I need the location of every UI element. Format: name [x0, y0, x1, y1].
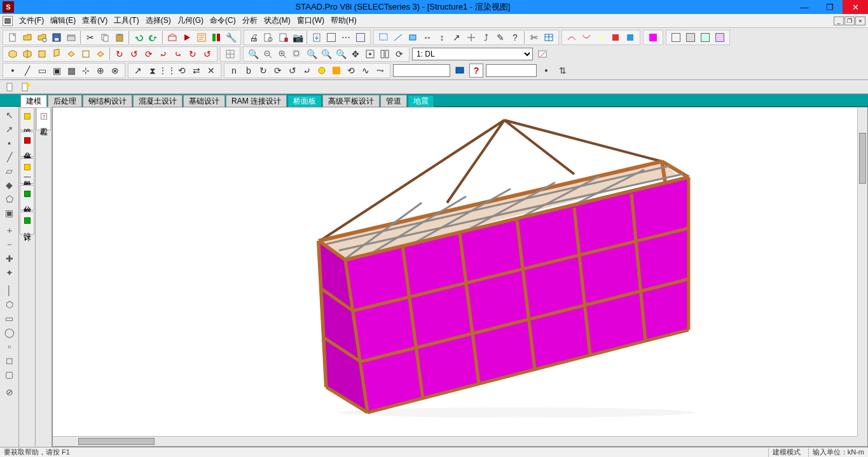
diagram-4-button[interactable]	[609, 31, 623, 44]
dimension-z-button[interactable]: ↗	[450, 31, 464, 44]
sel-misc3-button[interactable]: ▢	[1, 367, 18, 381]
refresh-button[interactable]: ⟳	[392, 47, 406, 61]
plate-tool-button[interactable]	[406, 31, 420, 44]
zoom-out-button[interactable]	[261, 47, 275, 61]
misc-2-button[interactable]	[684, 31, 698, 44]
mdi-close-button[interactable]: ×	[855, 17, 865, 25]
copy-button[interactable]	[98, 31, 112, 44]
iso-view-2-button[interactable]	[20, 47, 34, 61]
sel-surface-button[interactable]: ⬠	[1, 192, 18, 206]
tab-ram[interactable]: RAM 连接设计	[226, 95, 287, 107]
options-3-button[interactable]	[354, 31, 368, 44]
vtab-project[interactable]: ?工程	[36, 107, 51, 130]
label-9-button[interactable]: ⤳	[373, 64, 387, 78]
sel-clear-button[interactable]: ⊘	[1, 385, 18, 399]
archive-button[interactable]	[64, 31, 78, 44]
label-8-button[interactable]: ∿	[359, 64, 373, 78]
horizontal-scrollbar[interactable]	[53, 436, 857, 446]
view-mgr-button[interactable]	[378, 47, 392, 61]
sel-misc2-button[interactable]: ◻	[1, 353, 18, 367]
reverse-spin-button[interactable]: ↺	[200, 47, 214, 61]
maximize-button[interactable]: ❐	[817, 0, 843, 14]
menu-file[interactable]: 文件(F)	[17, 15, 46, 26]
page-view-button[interactable]	[19, 81, 32, 93]
tab-modeling[interactable]: 建模	[20, 95, 47, 107]
vtab-settings[interactable]: 设置	[20, 107, 34, 130]
rotate-up-button[interactable]: ⤿	[171, 47, 185, 61]
sel-poly-button[interactable]: ⬡	[1, 297, 18, 311]
side-view-button[interactable]	[50, 47, 64, 61]
dimension-all-button[interactable]	[464, 31, 478, 44]
horizontal-scroll-thumb[interactable]	[78, 438, 155, 445]
menu-help[interactable]: 帮助(H)	[328, 15, 359, 26]
sel-solid-button[interactable]: ◆	[1, 178, 18, 192]
select-window-button[interactable]	[376, 31, 390, 44]
export-button[interactable]	[310, 31, 324, 44]
vtab-gen-settings[interactable]: 一般设置	[20, 158, 34, 184]
run-button[interactable]	[180, 31, 194, 44]
front-view-button[interactable]	[35, 47, 49, 61]
menu-mode[interactable]: 状态(M)	[261, 15, 293, 26]
cut-button[interactable]: ✂	[83, 31, 97, 44]
close-button[interactable]: ✕	[843, 0, 868, 14]
new-button[interactable]	[6, 31, 20, 44]
label-7-button[interactable]: ⟲	[344, 64, 358, 78]
label-2-button[interactable]: b	[242, 64, 256, 78]
zoom-prev-button[interactable]: 🔍	[319, 47, 333, 61]
menu-window[interactable]: 窗口(W)	[294, 15, 327, 26]
page-setup-button[interactable]	[4, 81, 17, 93]
sel-beam-button[interactable]: ╱	[1, 150, 18, 164]
annotate-button[interactable]: ✎	[493, 31, 507, 44]
render-button[interactable]	[329, 64, 343, 78]
sel-remove-button[interactable]: －	[1, 238, 18, 252]
sel-add-button[interactable]: ＋	[1, 224, 18, 238]
sel-lasso-button[interactable]: ◯	[1, 325, 18, 339]
highlight-button[interactable]	[315, 64, 329, 78]
snap-button[interactable]: ⊹	[79, 64, 93, 78]
array-button[interactable]: ⋮⋮	[160, 64, 174, 78]
tab-piping[interactable]: 管道	[380, 95, 407, 107]
sel-star-button[interactable]: ✦	[1, 266, 18, 280]
grid-model-button[interactable]: ▦	[64, 64, 78, 78]
menu-view[interactable]: 查看(V)	[79, 15, 110, 26]
tab-bridge[interactable]: 桥面板	[287, 95, 322, 107]
sel-box-button[interactable]: ▭	[1, 311, 18, 325]
rotate-y-button[interactable]: ↺	[127, 47, 141, 61]
print-button[interactable]: 🖨	[247, 31, 261, 44]
diagram-3-button[interactable]	[594, 31, 608, 44]
apply-button[interactable]: •	[539, 64, 553, 78]
sel-arrow-button[interactable]: ➚	[1, 122, 18, 136]
vertical-scrollbar[interactable]	[857, 107, 867, 436]
help-icon[interactable]: ?	[508, 31, 522, 44]
diagram-2-button[interactable]	[579, 31, 593, 44]
zoom-dynamic-button[interactable]: 🔍	[305, 47, 319, 61]
paste-button[interactable]	[113, 31, 127, 44]
iso-view-1-button[interactable]	[6, 47, 20, 61]
report-button[interactable]	[276, 31, 290, 44]
surface-button[interactable]: ▭	[35, 64, 49, 78]
label-6-button[interactable]: ⤾	[300, 64, 314, 78]
move-button[interactable]: ↗	[131, 64, 145, 78]
member-button[interactable]: ╱	[20, 64, 34, 78]
scissor-icon[interactable]: ✄	[527, 31, 541, 44]
vtab-analysis-print[interactable]: 分析打印	[20, 185, 34, 210]
sel-plate-button[interactable]: ▱	[1, 164, 18, 178]
mirror-button[interactable]: ⧗	[146, 64, 160, 78]
increment-button[interactable]: ⇅	[556, 64, 570, 78]
menu-select[interactable]: 选择(S)	[143, 15, 174, 26]
spin-button[interactable]: ↻	[186, 47, 200, 61]
tab-seismic[interactable]: 地震	[408, 95, 434, 107]
diagram-1-button[interactable]	[565, 31, 579, 44]
structure-wizard-button[interactable]	[165, 31, 179, 44]
tab-foundation[interactable]: 基础设计	[183, 95, 225, 107]
rotate-z-button[interactable]: ⟳	[142, 47, 156, 61]
misc-1-button[interactable]	[669, 31, 683, 44]
zoom-in-button[interactable]: 🔍	[246, 47, 260, 61]
sel-node-button[interactable]: ▪	[1, 136, 18, 150]
label-5-button[interactable]: ↺	[286, 64, 300, 78]
tab-post[interactable]: 后处理	[48, 95, 82, 107]
tools-button[interactable]: 🔧	[224, 31, 238, 44]
tab-advslab[interactable]: 高级平板设计	[322, 95, 380, 107]
label-1-button[interactable]: n	[227, 64, 241, 78]
vtab-design[interactable]: 设计	[20, 212, 34, 235]
